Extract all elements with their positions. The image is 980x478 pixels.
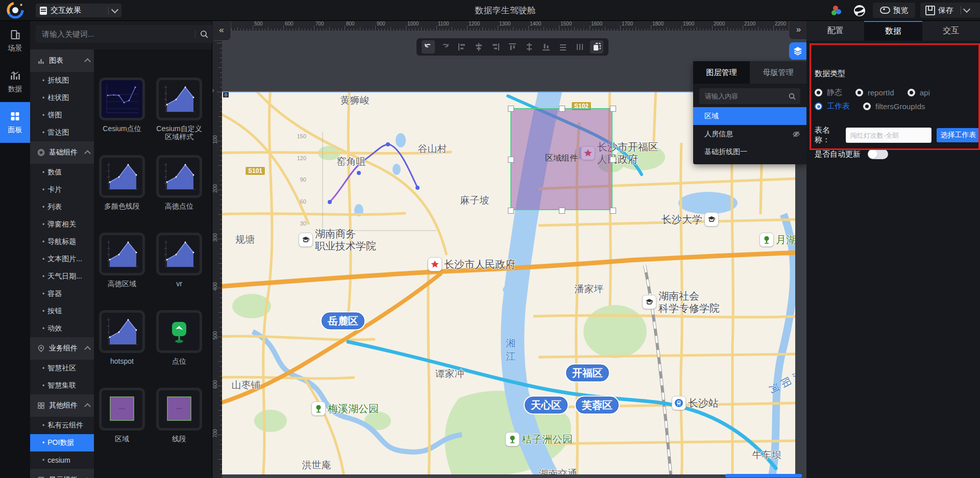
select-worksheet-button[interactable]: 选择工作表	[937, 128, 980, 142]
menu-item-列表[interactable]: 列表	[30, 198, 94, 216]
resize-handle[interactable]	[610, 157, 616, 163]
component-card-点位[interactable]: 点位	[153, 310, 205, 365]
component-library-panel: 图表折线图柱状图饼图雷达图基础组件数值卡片列表弹窗相关导航标题文本图片...天气…	[30, 20, 212, 478]
eye-slash-icon[interactable]	[792, 130, 800, 138]
distribute-h-button[interactable]	[556, 40, 570, 54]
config-tab-交互[interactable]: 交互	[922, 20, 980, 41]
library-search[interactable]	[36, 25, 213, 43]
config-tab-配置[interactable]: 配置	[806, 20, 864, 41]
component-card-区域[interactable]: 区域	[96, 388, 148, 443]
map-poi-长沙站: 长沙站	[672, 396, 719, 410]
component-card-线段[interactable]: 线段	[153, 388, 205, 443]
radio-dot	[863, 103, 871, 110]
map-town-label: 洪世庵	[302, 459, 331, 472]
layer-row-人房信息[interactable]: 人房信息	[693, 125, 806, 143]
align-middle-h-button[interactable]	[523, 40, 536, 54]
menu-item-折线图[interactable]: 折线图	[30, 72, 94, 89]
category-其他组件[interactable]: 其他组件	[30, 394, 94, 417]
component-card-vr[interactable]: vr	[153, 233, 205, 288]
align-top-button[interactable]	[506, 40, 519, 54]
duplicate-button[interactable]	[590, 40, 603, 54]
resize-handle[interactable]	[508, 106, 514, 112]
layer-tab-图层管理[interactable]: 图层管理	[693, 61, 750, 84]
menu-item-饼图[interactable]: 饼图	[30, 107, 94, 124]
table-name-input[interactable]	[846, 128, 932, 143]
resize-handle[interactable]	[508, 157, 514, 163]
menu-item-动效[interactable]: 动效	[30, 320, 94, 337]
app-root: { "topbar": { "project_label": "交互效果", "…	[0, 0, 980, 478]
collapse-panel-button[interactable]: »	[789, 19, 807, 40]
menu-item-导航标题[interactable]: 导航标题	[30, 233, 94, 250]
resize-handle[interactable]	[508, 208, 514, 214]
resize-handle[interactable]	[559, 208, 565, 214]
rail-item-面板[interactable]: 面板	[0, 102, 30, 143]
save-button[interactable]: 保存	[920, 3, 980, 18]
layers-toggle-button[interactable]	[789, 42, 806, 60]
layer-search-field[interactable]	[704, 92, 789, 100]
card-thumbnail	[101, 80, 143, 118]
component-card-高德区域[interactable]: 高德区域	[96, 233, 148, 288]
menu-item-文本图片...[interactable]: 文本图片...	[30, 250, 94, 268]
layer-search-input[interactable]	[699, 88, 800, 104]
canvas-horizontal-scrollbar[interactable]	[725, 474, 802, 477]
layer-row-区域[interactable]: 区域	[693, 107, 806, 125]
radio-filtersGroupIds[interactable]: filtersGroupIds	[863, 102, 925, 111]
rail-item-场景[interactable]: 场景	[0, 20, 30, 61]
collapse-library-button[interactable]: «	[211, 19, 231, 41]
category-基础组件[interactable]: 基础组件	[30, 141, 94, 164]
selected-region-component[interactable]: 区域组件	[510, 108, 612, 210]
menu-item-POI数据[interactable]: POI数据	[30, 434, 94, 451]
component-card-Cesium点位[interactable]: Cesium点位	[96, 78, 148, 133]
menu-item-雷达图[interactable]: 雷达图	[30, 124, 94, 141]
menu-item-cesium[interactable]: cesium	[30, 451, 94, 469]
component-card-高德点位[interactable]: 高德点位	[153, 155, 205, 210]
resize-handle[interactable]	[559, 106, 565, 112]
library-search-field[interactable]	[41, 29, 190, 39]
align-right-button[interactable]	[489, 40, 502, 54]
menu-item-数值[interactable]: 数值	[30, 164, 94, 181]
menu-item-按钮[interactable]: 按钮	[30, 303, 94, 320]
layer-row-基础折线图一[interactable]: 基础折线图一	[693, 143, 806, 161]
rail-item-数据[interactable]: 数据	[0, 61, 30, 102]
menu-item-私有云组件[interactable]: 私有云组件	[30, 417, 94, 434]
project-selector-button[interactable]: 交互效果	[36, 4, 121, 17]
layer-management-panel: 图层管理母版管理 区域人房信息基础折线图一	[693, 61, 806, 164]
menu-item-弹窗相关[interactable]: 弹窗相关	[30, 216, 94, 233]
config-tab-数据[interactable]: 数据	[864, 20, 922, 41]
auto-update-toggle[interactable]	[868, 149, 888, 159]
menu-item-卡片[interactable]: 卡片	[30, 181, 94, 198]
component-card-Cesium自定义区域样式[interactable]: Cesium自定义区域样式	[153, 78, 205, 141]
component-card-多颜色线段[interactable]: 多颜色线段	[96, 155, 148, 210]
radio-api[interactable]: api	[908, 88, 930, 97]
align-left-icon	[456, 41, 468, 53]
tree-icon	[311, 401, 326, 416]
resize-handle[interactable]	[610, 106, 616, 112]
radio-静态[interactable]: 静态	[815, 88, 842, 97]
category-图表[interactable]: 图表	[30, 49, 94, 72]
align-left-button[interactable]	[455, 40, 469, 54]
menu-item-容器[interactable]: 容器	[30, 285, 94, 303]
search-icon	[789, 93, 796, 100]
theme-colors-icon[interactable]	[830, 4, 843, 17]
radio-reportId[interactable]: reportId	[855, 88, 894, 97]
globe-icon[interactable]	[853, 4, 866, 17]
undo-button[interactable]	[422, 40, 435, 54]
redo-button[interactable]	[438, 40, 452, 54]
card-caption: vr	[153, 280, 205, 288]
radio-工作表[interactable]: 工作表	[815, 102, 850, 111]
category-业务组件[interactable]: 业务组件	[30, 337, 94, 360]
resize-handle[interactable]	[610, 208, 616, 214]
distribute-v-button[interactable]	[573, 40, 586, 54]
menu-item-智慧集联[interactable]: 智慧集联	[30, 377, 94, 394]
menu-item-柱状图[interactable]: 柱状图	[30, 89, 94, 107]
preview-button[interactable]: 预览	[873, 3, 915, 18]
menu-item-天气日期...[interactable]: 天气日期...	[30, 268, 94, 285]
component-card-hotspot[interactable]: hotspot	[96, 310, 148, 365]
layer-tab-母版管理[interactable]: 母版管理	[750, 61, 806, 84]
align-center-v-button[interactable]	[472, 40, 485, 54]
eye-icon	[880, 7, 890, 14]
school-icon	[642, 295, 656, 309]
category-显示模板[interactable]: 显示模板	[30, 469, 94, 478]
align-bottom-button[interactable]	[540, 40, 553, 54]
menu-item-智慧社区[interactable]: 智慧社区	[30, 360, 94, 377]
